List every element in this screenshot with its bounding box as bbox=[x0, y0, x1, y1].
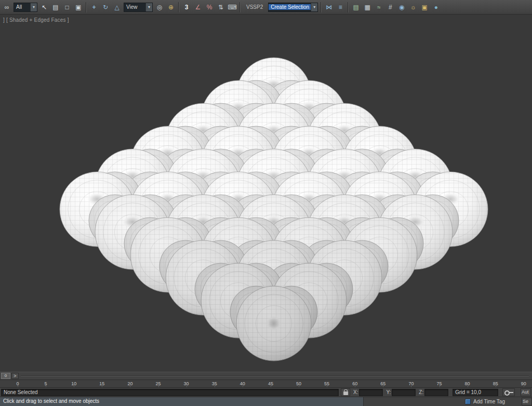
time-slider-handle[interactable]: 0 bbox=[1, 373, 10, 379]
curve-editor-icon[interactable]: ≈ bbox=[373, 2, 384, 13]
3dsmax-window: ∞All▾↖▤□▣+↻△View▾◎⊕3∠%⇅⌨VSSP2Create Sele… bbox=[0, 0, 532, 406]
workspace-label: VSSP2 bbox=[246, 4, 263, 10]
rendered-frame-window-icon[interactable]: ▣ bbox=[419, 2, 430, 13]
frame-tick-mark bbox=[243, 385, 243, 387]
prompt-bar: Click and drag to select and move object… bbox=[0, 397, 532, 406]
x-coordinate-input[interactable] bbox=[359, 389, 383, 396]
next-frame-button[interactable]: > bbox=[11, 373, 19, 379]
chevron-down-icon: ▾ bbox=[311, 3, 317, 11]
spinner-snap-icon[interactable]: ⇅ bbox=[215, 2, 227, 13]
padlock-icon bbox=[343, 391, 348, 395]
toolbar-separator bbox=[240, 2, 241, 12]
chevron-down-icon: ▾ bbox=[145, 3, 152, 11]
select-and-move-icon[interactable]: + bbox=[88, 2, 100, 13]
snap-toggle-3d-icon[interactable]: 3 bbox=[181, 2, 192, 13]
mirror-icon[interactable]: ⋈ bbox=[323, 2, 335, 13]
named-selection-sets-dropdown[interactable]: Create Selection Se▾ bbox=[268, 3, 318, 12]
material-editor-icon[interactable]: ◉ bbox=[396, 2, 407, 13]
add-time-tag-icon bbox=[465, 399, 471, 404]
main-toolbar: ∞All▾↖▤□▣+↻△View▾◎⊕3∠%⇅⌨VSSP2Create Sele… bbox=[0, 0, 532, 15]
frame-tick-mark bbox=[74, 385, 74, 387]
set-key-button[interactable]: Se bbox=[522, 398, 532, 405]
angle-snap-icon[interactable]: ∠ bbox=[192, 2, 204, 13]
scene-canvas[interactable] bbox=[0, 15, 532, 372]
selection-filter-dropdown-value: All bbox=[14, 4, 30, 10]
key-icon bbox=[504, 390, 513, 395]
frame-tick-mark bbox=[440, 385, 440, 387]
frame-tick-mark bbox=[46, 385, 46, 387]
toolbar-separator bbox=[178, 2, 179, 12]
toolbar-separator bbox=[321, 2, 322, 12]
viewport-label[interactable]: ] [ Shaded + Edged Faces ] bbox=[3, 17, 69, 23]
rectangular-selection-region-icon[interactable]: □ bbox=[61, 2, 73, 13]
select-and-link-icon[interactable]: ∞ bbox=[1, 2, 12, 13]
add-time-tag-button[interactable]: Add Time Tag bbox=[473, 399, 505, 404]
frame-tick-mark bbox=[299, 385, 299, 387]
reference-coordinate-dropdown[interactable]: View▾ bbox=[124, 3, 153, 12]
frame-tick-mark bbox=[496, 385, 496, 387]
select-object-icon[interactable]: ↖ bbox=[38, 2, 50, 13]
keyboard-shortcut-override-icon[interactable]: ⌨ bbox=[227, 2, 238, 13]
graphite-ribbon-icon[interactable]: ▦ bbox=[362, 2, 373, 13]
chevron-down-icon: ▾ bbox=[30, 3, 37, 11]
use-pivot-point-center-icon[interactable]: ◎ bbox=[154, 2, 165, 13]
frame-tick-mark bbox=[130, 385, 130, 387]
schematic-view-icon[interactable]: # bbox=[384, 2, 396, 13]
time-tag-region: Add Time Tag Se bbox=[364, 397, 532, 406]
auto-key-button[interactable]: Aut bbox=[521, 388, 531, 396]
toolbar-separator bbox=[86, 2, 87, 12]
z-label: Z: bbox=[419, 389, 423, 395]
select-and-rotate-icon[interactable]: ↻ bbox=[100, 2, 111, 13]
selection-status: None Selected bbox=[1, 389, 339, 396]
layer-manager-icon[interactable]: ▤ bbox=[350, 2, 362, 13]
frame-tick-mark bbox=[524, 385, 524, 387]
frame-tick-mark bbox=[187, 385, 187, 387]
render-setup-icon[interactable]: ☼ bbox=[407, 2, 419, 13]
time-slider-groove bbox=[21, 375, 529, 376]
frame-tick-mark bbox=[383, 385, 383, 387]
frame-tick-mark bbox=[271, 385, 271, 387]
prompt-line: Click and drag to select and move object… bbox=[0, 397, 364, 406]
percent-snap-icon[interactable]: % bbox=[204, 2, 215, 13]
perspective-viewport[interactable]: ] [ Shaded + Edged Faces ] bbox=[0, 15, 532, 372]
x-label: X: bbox=[353, 389, 358, 395]
toolbar-separator bbox=[348, 2, 349, 12]
window-crossing-icon[interactable]: ▣ bbox=[73, 2, 84, 13]
align-icon[interactable]: ≡ bbox=[335, 2, 346, 13]
select-by-name-icon[interactable]: ▤ bbox=[50, 2, 61, 13]
y-label: Y: bbox=[386, 389, 391, 395]
y-coordinate-input[interactable] bbox=[392, 389, 416, 396]
frame-tick-mark bbox=[102, 385, 102, 387]
z-coordinate-input[interactable] bbox=[424, 389, 448, 396]
frame-tick-mark bbox=[215, 385, 215, 387]
select-and-manipulate-icon[interactable]: ⊕ bbox=[165, 2, 177, 13]
named-selection-sets-dropdown-value: Create Selection Se bbox=[269, 4, 311, 10]
time-slider-row: 0 > bbox=[0, 372, 532, 380]
frame-tick-mark bbox=[411, 385, 411, 387]
frame-tick-mark bbox=[327, 385, 327, 387]
key-mode-button[interactable] bbox=[502, 388, 515, 396]
selection-filter-dropdown[interactable]: All▾ bbox=[14, 3, 37, 12]
select-and-scale-icon[interactable]: △ bbox=[111, 2, 123, 13]
frame-tick-mark bbox=[355, 385, 355, 387]
track-bar[interactable]: 051015202530354045505560657075808590 bbox=[0, 380, 532, 388]
render-production-icon[interactable]: ● bbox=[430, 2, 442, 13]
time-slider-track[interactable] bbox=[21, 373, 529, 379]
frame-tick-mark bbox=[158, 385, 159, 387]
selection-lock-toggle[interactable] bbox=[341, 388, 350, 396]
grid-size-display: Grid = 10,0 bbox=[453, 389, 498, 396]
frame-tick-mark bbox=[468, 385, 468, 387]
frame-tick-mark bbox=[18, 385, 18, 387]
reference-coordinate-dropdown-value: View bbox=[124, 4, 145, 10]
status-bar: None Selected X: Y: Z: Grid = 10,0 Aut bbox=[0, 388, 532, 397]
